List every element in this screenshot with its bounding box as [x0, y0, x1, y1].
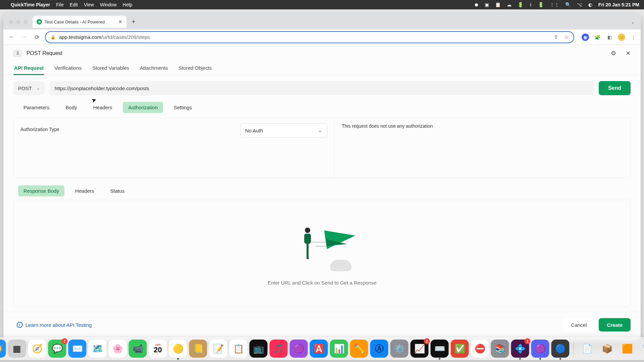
chrome-menu-icon[interactable]: ⋮ — [630, 34, 637, 41]
dock-item-folder[interactable]: 🟧 — [618, 340, 636, 358]
dock-app-launchpad[interactable]: ▦ — [8, 340, 26, 358]
window-traffic-lights[interactable] — [9, 20, 28, 24]
authorization-type-select[interactable]: No Auth ⌄ — [240, 123, 327, 137]
menu-view[interactable]: View — [84, 2, 94, 7]
subtab-authorization[interactable]: Authorization — [123, 102, 163, 113]
resp-tab-status[interactable]: Status — [105, 185, 130, 196]
dock-app-tv[interactable]: 📺 — [250, 340, 268, 358]
dock-running-dot-icon — [519, 358, 521, 360]
tab-stored-objects[interactable]: Stored Objects — [178, 62, 212, 75]
window-minimize-icon[interactable] — [16, 20, 20, 24]
screenshot-icon[interactable]: ▣ — [485, 2, 489, 7]
dock-app-appstore[interactable]: 🅰️ — [310, 340, 328, 358]
dock-app-stop[interactable]: ⛔ — [471, 340, 489, 358]
dock-app-settings[interactable]: ⚙️ — [390, 340, 409, 358]
menu-help[interactable]: Help — [123, 2, 132, 7]
dock-app-photos[interactable]: 🌸 — [109, 340, 127, 358]
window-zoom-icon[interactable] — [23, 20, 28, 24]
menu-file[interactable]: File — [56, 2, 64, 7]
dock-app-terminal[interactable]: ⌨️ — [431, 340, 449, 358]
dock-item-document[interactable]: 📄 — [578, 340, 596, 358]
menubar-app-name[interactable]: QuickTime Player — [11, 2, 50, 7]
dock-app-slack[interactable]: 💠1 — [511, 340, 529, 358]
dock-app-books[interactable]: 📚 — [491, 340, 509, 358]
menubar-clock[interactable]: Fri 20 Jan 5:21 PM — [598, 2, 639, 7]
tab-favicon-icon: ✱ — [37, 19, 42, 24]
subtab-settings[interactable]: Settings — [168, 102, 197, 113]
tab-attachments[interactable]: Attachments — [139, 62, 168, 75]
menu-window[interactable]: Window — [100, 2, 117, 7]
send-button[interactable]: Send — [599, 81, 631, 95]
dock-app-numbers[interactable]: 📊 — [330, 340, 348, 358]
page-content: 3 POST Request ⚙ ✕ API Request Verificat… — [3, 45, 641, 342]
request-url-input[interactable]: https://jsonplaceholder.typicode.com/pos… — [49, 81, 594, 95]
subtab-headers[interactable]: Headers — [88, 102, 118, 113]
response-tabs: Response Body Headers Status — [3, 178, 641, 196]
browser-tab[interactable]: ✱ Test Case Details - AI Powered ✕ — [33, 16, 126, 28]
tab-overflow-icon[interactable]: ⌄ — [628, 19, 638, 24]
battery-icon[interactable]: 🔋 — [518, 2, 523, 7]
cancel-button[interactable]: Cancel — [563, 318, 595, 331]
cloud-icon[interactable]: ☁︎ — [507, 2, 512, 7]
dock-app-discord[interactable]: 🟣 — [531, 340, 549, 358]
page-footer: i Learn more about API Testing Cancel Cr… — [3, 312, 641, 338]
create-button[interactable]: Create — [599, 318, 631, 331]
dock-running-dot-icon — [177, 358, 179, 360]
extensions-menu-icon[interactable]: 🧩 — [594, 34, 601, 41]
clipboard-icon[interactable]: 📋 — [495, 2, 501, 7]
address-bar[interactable]: 🔒 app.testsigma.com/ui/td/cases/209/step… — [45, 31, 574, 43]
dock-app-todoist[interactable]: ✅ — [451, 340, 469, 358]
dock-app-finder[interactable]: 😀 — [0, 340, 6, 358]
dock-badge: 2 — [424, 338, 430, 344]
settings-gear-icon[interactable]: ⚙ — [611, 50, 616, 57]
resp-tab-headers[interactable]: Headers — [70, 185, 100, 196]
http-method-select[interactable]: POST ⌄ — [13, 81, 45, 95]
bluetooth-icon[interactable]: ᚼ — [529, 2, 532, 7]
dock-item-box[interactable]: 📦 — [598, 340, 616, 358]
tab-close-icon[interactable]: ✕ — [118, 19, 122, 24]
dock-app-music[interactable]: 🎵 — [270, 340, 288, 358]
tab-api-request[interactable]: API Request — [13, 62, 44, 75]
menu-edit[interactable]: Edit — [70, 2, 78, 7]
record-icon[interactable]: ⏺ — [474, 2, 479, 7]
dock-app-quicktime[interactable]: 🔵 — [551, 340, 570, 358]
battery-percent-icon[interactable]: 🔋 — [538, 2, 544, 7]
dock-app-chrome[interactable]: 🟡 — [169, 340, 187, 358]
dock-app-notes[interactable]: 📝 — [209, 340, 227, 358]
resp-tab-body[interactable]: Response Body — [18, 185, 64, 196]
profile-avatar-icon[interactable]: 🙂 — [618, 34, 625, 41]
subtab-parameters[interactable]: Parameters — [18, 102, 55, 113]
new-tab-button[interactable]: + — [128, 17, 139, 27]
nav-back-icon[interactable]: ← — [7, 33, 16, 42]
nav-reload-icon[interactable]: ⟳ — [32, 33, 42, 42]
share-icon[interactable]: ⇪ — [554, 34, 558, 40]
dock-app-pages[interactable]: ✏️ — [350, 340, 368, 358]
dock-app-safari[interactable]: 🧭 — [28, 340, 46, 358]
window-close-icon[interactable] — [9, 20, 13, 24]
dock-app-maps[interactable]: 🗺️ — [89, 340, 107, 358]
wifi-icon[interactable]: ⋮⋮ — [550, 2, 559, 7]
subtab-body[interactable]: Body — [60, 102, 83, 113]
dock-app-contacts[interactable]: 📒 — [189, 340, 207, 358]
request-row: POST ⌄ https://jsonplaceholder.typicode.… — [3, 75, 641, 97]
bookmark-star-icon[interactable]: ☆ — [564, 34, 569, 40]
sidepanel-icon[interactable]: ◧ — [606, 34, 613, 41]
spotlight-icon[interactable]: 🔍 — [565, 2, 571, 7]
dock-app-calendar[interactable]: JAN20 — [149, 340, 167, 358]
dock-app-messages[interactable]: 💬2 — [48, 340, 66, 358]
close-panel-icon[interactable]: ✕ — [626, 50, 631, 57]
dock-app-appstore2[interactable]: Ⓐ — [370, 340, 388, 358]
dock-app-activity[interactable]: 📈2 — [411, 340, 429, 358]
extension-icon[interactable]: ◉ — [582, 34, 589, 41]
tab-verifications[interactable]: Verifications — [54, 62, 82, 75]
dock-app-reminders[interactable]: 📋 — [229, 340, 248, 358]
dock-app-facetime[interactable]: 📹 — [129, 340, 147, 358]
tab-stored-variables[interactable]: Stored Variables — [92, 62, 130, 75]
dock-app-mail[interactable]: ✉️ — [68, 340, 87, 358]
dock-item-trash[interactable]: 🗑️ — [638, 340, 644, 358]
control-center-icon[interactable]: ⌥ — [577, 2, 582, 7]
dock-app-podcasts[interactable]: 🟣 — [290, 340, 308, 358]
nav-forward-icon[interactable]: → — [19, 33, 29, 42]
learn-more-link[interactable]: i Learn more about API Testing — [17, 322, 92, 328]
siri-icon[interactable]: ◐ — [588, 2, 592, 7]
